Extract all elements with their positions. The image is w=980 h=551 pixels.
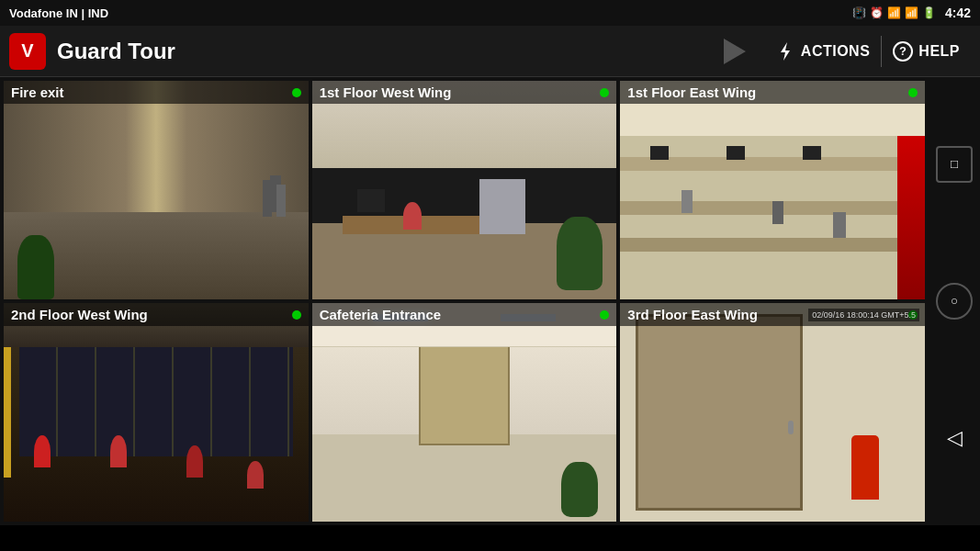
cam6-door	[636, 314, 803, 511]
wifi-icon: 📶	[887, 6, 901, 19]
cam6-timestamp: 02/09/16 18:00:14 GMT+5.5	[808, 309, 919, 321]
camera-feed-1st-west	[312, 81, 617, 299]
cam2-cabinet	[479, 179, 525, 234]
circle-button[interactable]: ○	[936, 283, 973, 320]
cam5-door	[419, 336, 511, 445]
status-dot-cam3	[908, 88, 918, 97]
camera-feed-cafeteria	[312, 303, 617, 522]
camera-feed-2nd-west	[4, 303, 309, 522]
cam4-p2	[110, 435, 127, 467]
cam4-p3	[186, 445, 203, 478]
camera-feed-fire-exit	[4, 81, 309, 299]
camera-label-1st-east: 1st Floor East Wing	[620, 81, 925, 104]
vibrate-icon: 📳	[852, 6, 866, 19]
m3	[803, 146, 821, 160]
status-dot-cam1	[292, 88, 301, 97]
m2	[727, 146, 745, 160]
cam2-plant	[557, 217, 603, 290]
status-time: 4:42	[945, 6, 971, 20]
svg-marker-1	[781, 42, 790, 61]
cam4-p1	[34, 435, 51, 467]
cam4-p4	[247, 461, 264, 489]
cam2-person	[403, 202, 422, 230]
cam3-deskrow3	[620, 238, 925, 252]
signal-icon: 📶	[905, 6, 918, 19]
cam4-banner	[4, 347, 11, 478]
cam1-person3	[263, 180, 272, 217]
m1	[650, 146, 669, 160]
actions-button[interactable]: ACTIONS	[764, 36, 882, 67]
cam2-monitor	[357, 189, 385, 212]
cam1-plant	[17, 235, 54, 299]
p1	[681, 190, 693, 213]
camera-label-1st-west: 1st Floor West Wing	[312, 81, 617, 104]
cam3-banner	[897, 136, 925, 300]
p2	[772, 201, 783, 224]
camera-label-cafeteria: Cafeteria Entrance	[312, 303, 617, 326]
status-dot-cam4	[292, 310, 301, 320]
camera-label-fire-exit: Fire exit	[4, 81, 309, 104]
camera-feed-1st-east	[620, 81, 925, 299]
lightning-icon	[775, 41, 795, 62]
camera-feed-3rd-east	[620, 303, 925, 522]
camera-cell-2nd-floor-west[interactable]: 2nd Floor West Wing	[4, 303, 309, 522]
camera-cell-fire-exit[interactable]: Fire exit	[4, 81, 309, 299]
alarm-icon: ⏰	[870, 6, 884, 19]
svg-marker-0	[724, 39, 746, 64]
main-content: Fire exit 1st Floor West Wing	[0, 77, 980, 525]
p3	[833, 212, 846, 238]
camera-cell-1st-floor-west[interactable]: 1st Floor West Wing	[312, 81, 617, 299]
square-button[interactable]: □	[936, 146, 973, 183]
camera-grid: Fire exit 1st Floor West Wing	[0, 77, 929, 525]
cam5-plant	[561, 462, 598, 517]
camera-cell-3rd-floor-east[interactable]: 3rd Floor East Wing 02/09/16 18:00:14 GM…	[620, 303, 925, 522]
help-button[interactable]: ? HELP	[881, 36, 971, 67]
status-bar: Vodafone IN | IND 📳 ⏰ 📶 📶 🔋 4:42	[0, 0, 980, 26]
cam1-person2	[276, 185, 286, 217]
app-logo: V	[9, 33, 46, 70]
top-bar: V Guard Tour ACTIONS ? HELP	[0, 26, 980, 77]
status-dot-cam2	[600, 88, 609, 97]
app-title: Guard Tour	[57, 39, 724, 64]
cam6-door-handle	[788, 421, 794, 434]
camera-cell-cafeteria[interactable]: Cafeteria Entrance	[312, 303, 617, 522]
help-circle-icon: ?	[893, 41, 913, 62]
status-dot-cam5	[600, 310, 609, 320]
back-button[interactable]: ◁	[936, 420, 973, 456]
right-controls: □ ○ ◁	[929, 77, 980, 525]
carrier-text: Vodafone IN | IND	[9, 6, 108, 20]
camera-label-2nd-west: 2nd Floor West Wing	[4, 303, 309, 326]
status-icons: 📳 ⏰ 📶 📶 🔋 4:42	[852, 6, 971, 20]
cam4-monitors	[19, 347, 294, 456]
battery-icon: 🔋	[922, 6, 936, 19]
cam6-extinguisher	[851, 435, 879, 500]
camera-cell-1st-floor-east[interactable]: 1st Floor East Wing	[620, 81, 925, 299]
triangle-decoration	[724, 39, 746, 64]
